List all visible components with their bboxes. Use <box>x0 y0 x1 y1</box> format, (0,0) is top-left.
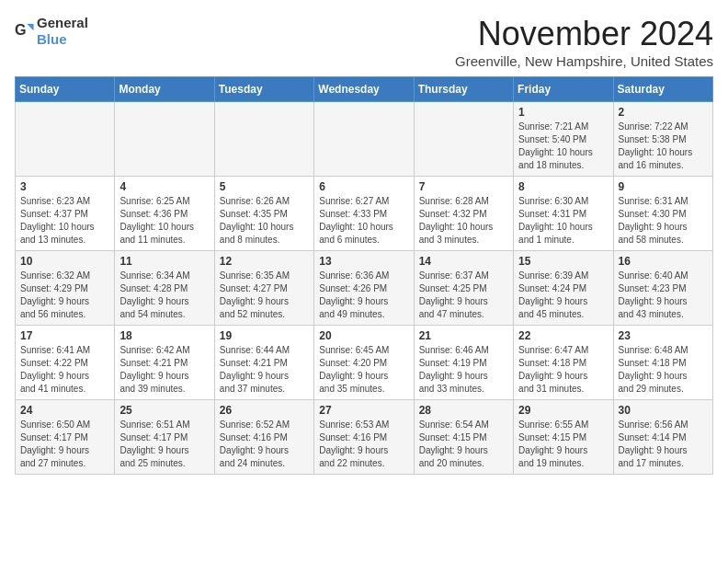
calendar-week-row: 17Sunrise: 6:41 AM Sunset: 4:22 PM Dayli… <box>16 326 713 400</box>
logo-text-blue: Blue <box>37 31 67 47</box>
day-number: 19 <box>220 329 309 342</box>
day-info: Sunrise: 6:37 AM Sunset: 4:25 PM Dayligh… <box>419 270 508 321</box>
day-number: 17 <box>20 329 109 342</box>
day-header-monday: Monday <box>115 77 214 102</box>
calendar-cell: 21Sunrise: 6:46 AM Sunset: 4:19 PM Dayli… <box>414 326 513 400</box>
day-number: 12 <box>220 255 309 268</box>
calendar-cell: 20Sunrise: 6:45 AM Sunset: 4:20 PM Dayli… <box>314 326 414 400</box>
day-info: Sunrise: 6:55 AM Sunset: 4:15 PM Dayligh… <box>518 419 608 470</box>
calendar-cell: 19Sunrise: 6:44 AM Sunset: 4:21 PM Dayli… <box>214 326 313 400</box>
calendar-cell <box>115 102 214 177</box>
day-number: 14 <box>419 255 508 268</box>
header: G General Blue November 2024 Greenville,… <box>15 15 713 69</box>
day-header-tuesday: Tuesday <box>214 77 313 102</box>
day-number: 10 <box>20 255 109 268</box>
calendar-cell <box>314 102 414 177</box>
calendar-cell <box>16 102 115 177</box>
calendar-table: SundayMondayTuesdayWednesdayThursdayFrid… <box>15 76 713 475</box>
day-info: Sunrise: 6:53 AM Sunset: 4:16 PM Dayligh… <box>319 419 408 470</box>
day-number: 8 <box>518 180 608 193</box>
day-number: 30 <box>619 404 708 417</box>
day-info: Sunrise: 6:28 AM Sunset: 4:32 PM Dayligh… <box>419 195 508 247</box>
day-number: 29 <box>518 404 608 417</box>
day-number: 26 <box>220 404 309 417</box>
calendar-cell: 8Sunrise: 6:30 AM Sunset: 4:31 PM Daylig… <box>514 177 613 251</box>
day-number: 22 <box>518 329 608 342</box>
day-number: 25 <box>119 404 209 417</box>
calendar-cell: 27Sunrise: 6:53 AM Sunset: 4:16 PM Dayli… <box>314 400 414 475</box>
calendar-cell: 10Sunrise: 6:32 AM Sunset: 4:29 PM Dayli… <box>16 251 115 326</box>
calendar-week-row: 1Sunrise: 7:21 AM Sunset: 5:40 PM Daylig… <box>16 102 713 177</box>
day-info: Sunrise: 6:52 AM Sunset: 4:16 PM Dayligh… <box>220 419 309 470</box>
day-header-saturday: Saturday <box>613 77 712 102</box>
calendar-cell: 29Sunrise: 6:55 AM Sunset: 4:15 PM Dayli… <box>514 400 613 475</box>
day-info: Sunrise: 6:56 AM Sunset: 4:14 PM Dayligh… <box>619 419 708 470</box>
day-info: Sunrise: 6:32 AM Sunset: 4:29 PM Dayligh… <box>20 270 109 321</box>
day-number: 11 <box>119 255 209 268</box>
day-info: Sunrise: 6:41 AM Sunset: 4:22 PM Dayligh… <box>20 344 109 396</box>
calendar-cell: 18Sunrise: 6:42 AM Sunset: 4:21 PM Dayli… <box>115 326 214 400</box>
day-info: Sunrise: 6:54 AM Sunset: 4:15 PM Dayligh… <box>419 419 508 470</box>
day-number: 24 <box>20 404 109 417</box>
day-number: 18 <box>119 329 209 342</box>
day-number: 3 <box>20 180 109 193</box>
calendar-cell: 25Sunrise: 6:51 AM Sunset: 4:17 PM Dayli… <box>115 400 214 475</box>
day-info: Sunrise: 6:26 AM Sunset: 4:35 PM Dayligh… <box>220 195 309 247</box>
day-info: Sunrise: 6:42 AM Sunset: 4:21 PM Dayligh… <box>119 344 209 396</box>
calendar-week-row: 10Sunrise: 6:32 AM Sunset: 4:29 PM Dayli… <box>16 251 713 326</box>
calendar-cell: 22Sunrise: 6:47 AM Sunset: 4:18 PM Dayli… <box>514 326 613 400</box>
calendar-week-row: 3Sunrise: 6:23 AM Sunset: 4:37 PM Daylig… <box>16 177 713 251</box>
day-info: Sunrise: 6:40 AM Sunset: 4:23 PM Dayligh… <box>619 270 708 321</box>
calendar-cell: 26Sunrise: 6:52 AM Sunset: 4:16 PM Dayli… <box>214 400 313 475</box>
day-info: Sunrise: 6:34 AM Sunset: 4:28 PM Dayligh… <box>119 270 209 321</box>
day-info: Sunrise: 7:22 AM Sunset: 5:38 PM Dayligh… <box>619 121 708 172</box>
calendar-cell: 24Sunrise: 6:50 AM Sunset: 4:17 PM Dayli… <box>16 400 115 475</box>
day-number: 7 <box>419 180 508 193</box>
calendar-cell: 17Sunrise: 6:41 AM Sunset: 4:22 PM Dayli… <box>16 326 115 400</box>
day-info: Sunrise: 6:48 AM Sunset: 4:18 PM Dayligh… <box>619 344 708 396</box>
calendar-cell: 23Sunrise: 6:48 AM Sunset: 4:18 PM Dayli… <box>613 326 712 400</box>
day-number: 4 <box>119 180 209 193</box>
day-info: Sunrise: 6:27 AM Sunset: 4:33 PM Dayligh… <box>319 195 408 247</box>
day-header-sunday: Sunday <box>16 77 115 102</box>
day-info: Sunrise: 6:25 AM Sunset: 4:36 PM Dayligh… <box>119 195 209 247</box>
day-number: 2 <box>619 106 708 119</box>
calendar-cell <box>414 102 513 177</box>
calendar-header-row: SundayMondayTuesdayWednesdayThursdayFrid… <box>16 77 713 102</box>
calendar-cell: 13Sunrise: 6:36 AM Sunset: 4:26 PM Dayli… <box>314 251 414 326</box>
logo-text-general: General <box>37 15 88 30</box>
calendar-cell: 12Sunrise: 6:35 AM Sunset: 4:27 PM Dayli… <box>214 251 313 326</box>
calendar-cell: 1Sunrise: 7:21 AM Sunset: 5:40 PM Daylig… <box>514 102 613 177</box>
day-info: Sunrise: 7:21 AM Sunset: 5:40 PM Dayligh… <box>518 121 608 172</box>
calendar-cell: 2Sunrise: 7:22 AM Sunset: 5:38 PM Daylig… <box>613 102 712 177</box>
calendar-cell: 30Sunrise: 6:56 AM Sunset: 4:14 PM Dayli… <box>613 400 712 475</box>
calendar-cell <box>214 102 313 177</box>
day-number: 9 <box>619 180 708 193</box>
logo-icon: G <box>15 21 35 41</box>
calendar-cell: 15Sunrise: 6:39 AM Sunset: 4:24 PM Dayli… <box>514 251 613 326</box>
calendar-cell: 3Sunrise: 6:23 AM Sunset: 4:37 PM Daylig… <box>16 177 115 251</box>
calendar-cell: 7Sunrise: 6:28 AM Sunset: 4:32 PM Daylig… <box>414 177 513 251</box>
month-title: November 2024 <box>455 15 713 53</box>
day-info: Sunrise: 6:39 AM Sunset: 4:24 PM Dayligh… <box>518 270 608 321</box>
day-number: 20 <box>319 329 408 342</box>
calendar-cell: 14Sunrise: 6:37 AM Sunset: 4:25 PM Dayli… <box>414 251 513 326</box>
calendar-body: 1Sunrise: 7:21 AM Sunset: 5:40 PM Daylig… <box>16 102 713 475</box>
day-number: 16 <box>619 255 708 268</box>
day-number: 21 <box>419 329 508 342</box>
calendar-cell: 11Sunrise: 6:34 AM Sunset: 4:28 PM Dayli… <box>115 251 214 326</box>
day-info: Sunrise: 6:23 AM Sunset: 4:37 PM Dayligh… <box>20 195 109 247</box>
day-number: 28 <box>419 404 508 417</box>
location-title: Greenville, New Hampshire, United States <box>455 53 713 69</box>
day-header-thursday: Thursday <box>414 77 513 102</box>
day-number: 13 <box>319 255 408 268</box>
calendar-cell: 5Sunrise: 6:26 AM Sunset: 4:35 PM Daylig… <box>214 177 313 251</box>
day-number: 27 <box>319 404 408 417</box>
day-header-wednesday: Wednesday <box>314 77 414 102</box>
day-info: Sunrise: 6:30 AM Sunset: 4:31 PM Dayligh… <box>518 195 608 247</box>
calendar-cell: 16Sunrise: 6:40 AM Sunset: 4:23 PM Dayli… <box>613 251 712 326</box>
day-info: Sunrise: 6:35 AM Sunset: 4:27 PM Dayligh… <box>220 270 309 321</box>
title-area: November 2024 Greenville, New Hampshire,… <box>455 15 713 69</box>
logo: G General Blue <box>15 15 88 48</box>
day-number: 15 <box>518 255 608 268</box>
